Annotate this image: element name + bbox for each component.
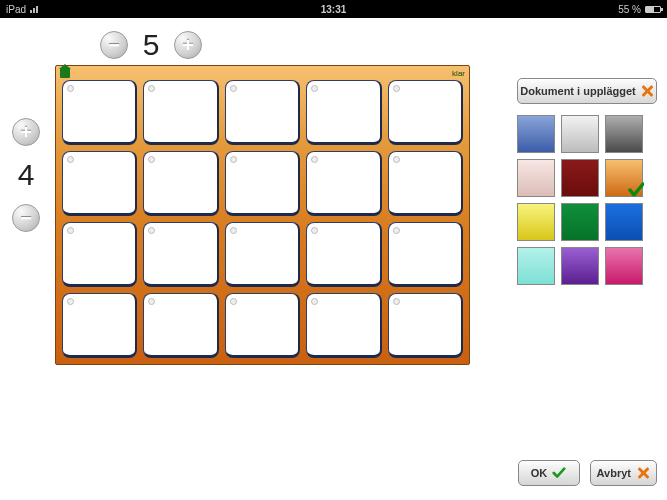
swatch-royal-blue[interactable] bbox=[605, 203, 643, 241]
swatch-orange[interactable] bbox=[605, 159, 643, 197]
swatch-charcoal[interactable] bbox=[605, 115, 643, 153]
swatch-yellow[interactable] bbox=[517, 203, 555, 241]
status-bar: iPad 13:31 55 % bbox=[0, 0, 667, 18]
dialog-buttons: OK Avbryt bbox=[518, 460, 657, 486]
rows-minus-button[interactable]: − bbox=[12, 204, 40, 232]
battery-percent: 55 % bbox=[618, 4, 641, 15]
grid-board: klar bbox=[55, 65, 470, 365]
columns-value: 5 bbox=[140, 28, 162, 62]
grid-cell[interactable] bbox=[62, 80, 137, 145]
swatch-maroon[interactable] bbox=[561, 159, 599, 197]
wifi-icon bbox=[30, 4, 39, 15]
grid-cell[interactable] bbox=[388, 80, 463, 145]
grid-cell[interactable] bbox=[62, 293, 137, 358]
columns-control: − 5 + bbox=[100, 28, 202, 62]
minus-icon: − bbox=[20, 208, 32, 228]
klar-label[interactable]: klar bbox=[452, 69, 465, 78]
grid-cell[interactable] bbox=[225, 80, 300, 145]
cancel-label: Avbryt bbox=[597, 467, 631, 479]
color-palette bbox=[517, 115, 647, 285]
swatch-blush[interactable] bbox=[517, 159, 555, 197]
grid-cell[interactable] bbox=[225, 222, 300, 287]
ok-label: OK bbox=[531, 467, 548, 479]
cancel-button[interactable]: Avbryt bbox=[590, 460, 657, 486]
grid-cell[interactable] bbox=[306, 151, 381, 216]
rows-plus-button[interactable]: + bbox=[12, 118, 40, 146]
check-icon bbox=[552, 466, 566, 480]
columns-minus-button[interactable]: − bbox=[100, 31, 128, 59]
minus-icon: − bbox=[108, 35, 120, 55]
swatch-blue[interactable] bbox=[517, 115, 555, 153]
swatch-teal[interactable] bbox=[517, 247, 555, 285]
grid-cell[interactable] bbox=[62, 222, 137, 287]
clock: 13:31 bbox=[321, 4, 347, 15]
grid-cell[interactable] bbox=[225, 151, 300, 216]
cell-grid bbox=[56, 80, 469, 364]
grid-cell[interactable] bbox=[62, 151, 137, 216]
swatch-magenta[interactable] bbox=[605, 247, 643, 285]
grid-cell[interactable] bbox=[225, 293, 300, 358]
close-icon bbox=[636, 466, 650, 480]
check-icon bbox=[628, 182, 644, 198]
grid-cell[interactable] bbox=[143, 151, 218, 216]
grid-cell[interactable] bbox=[388, 293, 463, 358]
swatch-green[interactable] bbox=[561, 203, 599, 241]
columns-plus-button[interactable]: + bbox=[174, 31, 202, 59]
grid-cell[interactable] bbox=[388, 222, 463, 287]
swatch-silver[interactable] bbox=[561, 115, 599, 153]
close-icon bbox=[640, 84, 654, 98]
grid-cell[interactable] bbox=[306, 293, 381, 358]
documents-button-label: Dokument i upplägget bbox=[520, 85, 636, 97]
battery-icon bbox=[645, 6, 661, 13]
documents-button[interactable]: Dokument i upplägget bbox=[517, 78, 657, 104]
ok-button[interactable]: OK bbox=[518, 460, 580, 486]
device-label: iPad bbox=[6, 4, 26, 15]
grid-cell[interactable] bbox=[143, 293, 218, 358]
swatch-purple[interactable] bbox=[561, 247, 599, 285]
rows-control: + 4 − bbox=[12, 118, 40, 232]
plus-icon: + bbox=[20, 122, 32, 142]
grid-cell[interactable] bbox=[388, 151, 463, 216]
grid-cell[interactable] bbox=[143, 222, 218, 287]
home-icon[interactable] bbox=[60, 68, 70, 78]
grid-cell[interactable] bbox=[143, 80, 218, 145]
grid-cell[interactable] bbox=[306, 222, 381, 287]
plus-icon: + bbox=[182, 35, 194, 55]
rows-value: 4 bbox=[15, 158, 37, 192]
grid-cell[interactable] bbox=[306, 80, 381, 145]
